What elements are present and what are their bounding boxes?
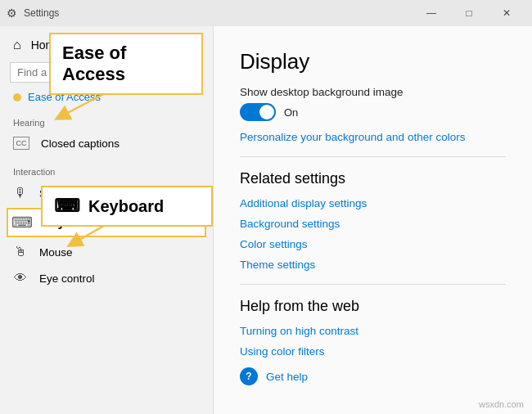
callout-ease-of-access: Ease of Access (49, 33, 203, 95)
toggle-label: On (284, 106, 298, 119)
toggle-thumb (259, 105, 274, 119)
maximize-button[interactable]: □ (450, 0, 488, 26)
mouse-icon: 🖱 (13, 245, 28, 259)
callout-keyboard-text: Keyboard (88, 197, 164, 216)
minimize-button[interactable]: — (413, 0, 450, 26)
sidebar-item-mouse[interactable]: 🖱 Mouse (0, 239, 213, 265)
additional-display-link[interactable]: Additional display settings (240, 197, 506, 209)
home-icon: ⌂ (13, 38, 21, 52)
toggle-row: On (240, 103, 506, 121)
callout-keyboard-icon: ⌨ (54, 196, 80, 217)
speech-icon: 🎙 (13, 186, 28, 200)
get-help-row: ? Get help (240, 367, 506, 385)
personalize-link[interactable]: Personalize your background and other co… (240, 131, 506, 143)
related-settings-title: Related settings (240, 170, 506, 187)
sidebar-item-label: Closed captions (41, 137, 119, 150)
background-settings-link[interactable]: Background settings (240, 218, 506, 230)
help-from-web-title: Help from the web (240, 298, 506, 315)
sidebar-item-closed-captions[interactable]: CC Closed captions (0, 131, 213, 155)
callout-ease-text: Ease of Access (62, 43, 126, 84)
close-button[interactable]: ✕ (488, 0, 525, 26)
title-bar-left: ⚙ Settings (7, 7, 59, 20)
divider-2 (240, 284, 506, 285)
title-bar-text: Settings (24, 7, 59, 19)
theme-settings-link[interactable]: Theme settings (240, 259, 506, 271)
settings-icon: ⚙ (7, 7, 17, 20)
help-icon: ? (240, 367, 258, 385)
title-bar: ⚙ Settings — □ ✕ (0, 0, 532, 26)
breadcrumb-dot (13, 93, 21, 101)
app-container: ⌂ Home 🔍 Ease of Access Hearing CC Close… (0, 26, 532, 414)
callout-keyboard: ⌨ Keyboard (41, 186, 213, 227)
eye-control-icon: 👁 (13, 271, 28, 286)
closed-captions-icon: CC (13, 137, 29, 150)
background-toggle[interactable] (240, 103, 276, 121)
color-settings-link[interactable]: Color settings (240, 238, 506, 250)
main-panel: Display Show desktop background image On… (213, 26, 532, 414)
sidebar: ⌂ Home 🔍 Ease of Access Hearing CC Close… (0, 26, 213, 414)
sidebar-item-eye-control[interactable]: 👁 Eye control (0, 265, 213, 291)
section-label-interaction: Interaction (0, 155, 213, 180)
color-filters-link[interactable]: Using color filters (240, 345, 506, 358)
keyboard-icon: ⌨ (15, 215, 29, 230)
show-bg-row: Show desktop background image (240, 86, 506, 98)
show-bg-label: Show desktop background image (240, 86, 404, 98)
watermark: wsxdn.com (479, 399, 524, 409)
high-contrast-link[interactable]: Turning on high contrast (240, 325, 506, 337)
sidebar-item-label: Mouse (39, 246, 73, 259)
section-label-hearing: Hearing (0, 106, 213, 131)
title-bar-controls: — □ ✕ (413, 0, 525, 26)
sidebar-item-label: Eye control (39, 272, 95, 285)
page-title: Display (240, 49, 506, 74)
divider-1 (240, 156, 506, 157)
get-help-link[interactable]: Get help (266, 371, 308, 383)
